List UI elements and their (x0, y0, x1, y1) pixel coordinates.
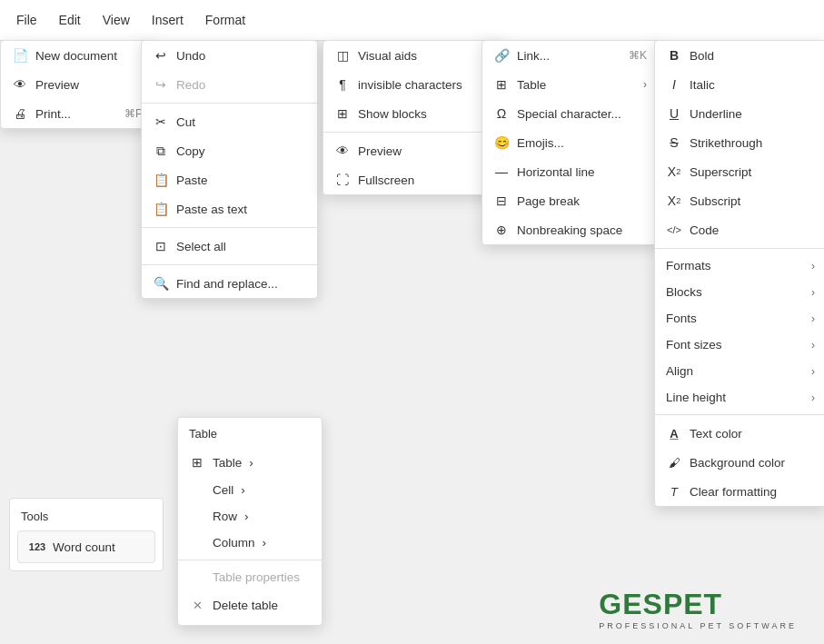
table-cell[interactable]: Cell › (178, 477, 322, 503)
edit-sep-2 (142, 227, 317, 228)
view-visual-aids[interactable]: ◫ Visual aids (323, 41, 503, 70)
formats-arrow-icon: › (811, 260, 815, 272)
pagebreak-icon: ⊟ (493, 193, 510, 209)
view-sep-1 (323, 132, 503, 133)
visual-aids-icon: ◫ (334, 47, 351, 64)
document-icon: 📄 (12, 47, 28, 64)
file-new-document[interactable]: 📄 New document (1, 41, 154, 70)
line-height-arrow-icon: › (811, 391, 815, 404)
bold-icon: B (666, 47, 682, 64)
align-arrow-icon: › (811, 365, 815, 378)
subscript-icon: X2 (666, 193, 682, 209)
column-arrow: › (263, 536, 267, 550)
format-font-sizes[interactable]: Font sizes › (655, 332, 824, 358)
word-count-button[interactable]: 123 Word count (17, 530, 155, 563)
format-line-height[interactable]: Line height › (655, 384, 824, 411)
edit-undo[interactable]: ↩ Undo (142, 41, 317, 70)
format-bold[interactable]: B Bold (655, 41, 824, 70)
print-icon: 🖨 (12, 105, 28, 122)
format-code[interactable]: </> Code (655, 215, 824, 244)
table-table[interactable]: ⊞ Table › (178, 448, 322, 477)
insert-link[interactable]: 🔗 Link... ⌘K (482, 41, 658, 70)
menu-bar: File Edit View Insert Format (0, 0, 824, 41)
format-strikethrough[interactable]: S Strikethrough (655, 128, 824, 157)
underline-icon: U (666, 105, 682, 122)
view-menu-dropdown: ◫ Visual aids ¶ invisible characters ⊞ S… (323, 40, 504, 195)
cell-arrow: › (241, 483, 245, 497)
insert-menu-dropdown: 🔗 Link... ⌘K ⊞ Table › Ω Special charact… (481, 40, 659, 245)
view-preview[interactable]: 👁 Preview (323, 136, 503, 165)
insert-table[interactable]: ⊞ Table › (482, 70, 658, 99)
menu-edit[interactable]: Edit (50, 7, 90, 33)
table-properties[interactable]: Table properties (178, 564, 322, 590)
format-fonts[interactable]: Fonts › (655, 305, 824, 332)
insert-nonbreaking-space[interactable]: ⊕ Nonbreaking space (482, 215, 658, 244)
edit-paste[interactable]: 📋 Paste (142, 165, 317, 194)
text-color-icon: A (666, 425, 682, 441)
file-preview[interactable]: 👁 Preview (1, 70, 154, 99)
table-arrow-icon: › (643, 78, 647, 91)
copy-icon: ⧉ (153, 143, 169, 159)
space-icon: ⊕ (493, 222, 510, 238)
insert-page-break[interactable]: ⊟ Page break (482, 186, 658, 215)
format-sep-1 (655, 248, 824, 249)
format-formats[interactable]: Formats › (655, 253, 824, 279)
tools-section: Tools 123 Word count (9, 498, 164, 571)
format-menu-dropdown: B Bold I Italic U Underline S Strikethro… (654, 40, 824, 507)
format-sep-2 (655, 414, 824, 415)
view-fullscreen[interactable]: ⛶ Fullscreen (323, 165, 503, 194)
edit-find-replace[interactable]: 🔍 Find and replace... (142, 269, 317, 298)
file-print[interactable]: 🖨 Print... ⌘P (1, 99, 154, 128)
format-superscript[interactable]: X2 Superscript (655, 157, 824, 186)
undo-icon: ↩ (153, 47, 169, 64)
format-underline[interactable]: U Underline (655, 99, 824, 128)
row-arrow: › (244, 510, 249, 523)
table-delete[interactable]: ✕ Delete table (178, 590, 322, 619)
edit-redo[interactable]: ↪ Redo (142, 70, 317, 99)
format-align[interactable]: Align › (655, 358, 824, 384)
blocks-arrow-icon: › (811, 286, 815, 299)
edit-cut[interactable]: ✂ Cut (142, 107, 317, 136)
insert-emojis[interactable]: 😊 Emojis... (482, 128, 658, 157)
cut-icon: ✂ (153, 114, 169, 130)
format-blocks[interactable]: Blocks › (655, 279, 824, 305)
view-show-blocks[interactable]: ⊞ Show blocks (323, 99, 503, 128)
format-subscript[interactable]: X2 Subscript (655, 186, 824, 215)
format-text-color[interactable]: A Text color (655, 419, 824, 448)
print-shortcut: ⌘P (124, 107, 143, 120)
logo-subtitle: PROFESSIONAL PET SOFTWARE (599, 621, 797, 630)
logo-name: GESPET (599, 588, 797, 621)
emoji-icon: 😊 (493, 134, 510, 151)
insert-special-char[interactable]: Ω Special character... (482, 99, 658, 128)
delete-table-icon: ✕ (189, 597, 205, 613)
table-column[interactable]: Column › (178, 530, 322, 556)
paste-text-icon: 📋 (153, 201, 169, 217)
view-invisible-chars[interactable]: ¶ invisible characters (323, 70, 503, 99)
edit-sep-1 (142, 103, 317, 104)
italic-icon: I (666, 76, 682, 93)
code-icon: </> (666, 222, 682, 238)
logo-area: GESPET PROFESSIONAL PET SOFTWARE (599, 588, 797, 630)
table-submenu-header: Table (178, 423, 322, 448)
format-background-color[interactable]: 🖌 Background color (655, 448, 824, 477)
table-submenu: Table ⊞ Table › Cell › Row › Column › Ta… (177, 417, 323, 626)
strikethrough-icon: S (666, 134, 682, 151)
word-count-icon: 123 (29, 539, 45, 555)
edit-copy[interactable]: ⧉ Copy (142, 136, 317, 165)
edit-select-all[interactable]: ⊡ Select all (142, 232, 317, 261)
edit-sep-3 (142, 264, 317, 265)
edit-paste-as-text[interactable]: 📋 Paste as text (142, 194, 317, 223)
menu-file[interactable]: File (7, 7, 46, 33)
insert-hr[interactable]: — Horizontal line (482, 157, 658, 186)
hline-icon: — (493, 163, 510, 180)
file-menu-dropdown: 📄 New document 👁 Preview 🖨 Print... ⌘P (0, 40, 154, 129)
select-all-icon: ⊡ (153, 238, 169, 254)
menu-format[interactable]: Format (196, 7, 254, 33)
format-clear-formatting[interactable]: T Clear formatting (655, 477, 824, 506)
show-blocks-icon: ⊞ (334, 105, 351, 122)
format-italic[interactable]: I Italic (655, 70, 824, 99)
table-row[interactable]: Row › (178, 503, 322, 530)
fonts-arrow-icon: › (811, 312, 815, 325)
menu-view[interactable]: View (94, 7, 139, 33)
menu-insert[interactable]: Insert (143, 7, 193, 33)
